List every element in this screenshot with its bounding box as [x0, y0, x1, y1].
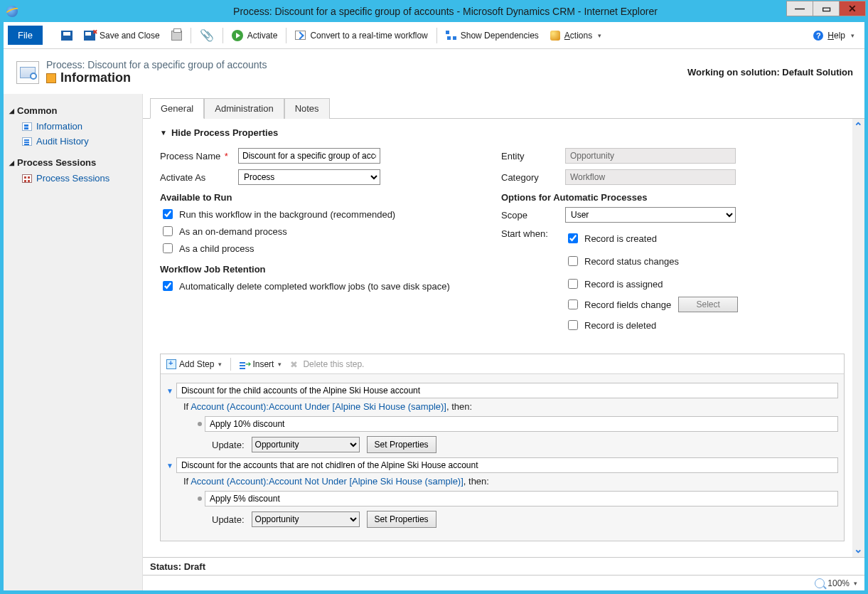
status-label: Status: Draft — [150, 561, 205, 572]
dependencies-icon — [446, 31, 456, 40]
chk-background[interactable]: Run this workflow in the background (rec… — [160, 207, 487, 221]
delete-step-button: Delete this step. — [287, 359, 367, 369]
step1-action-description[interactable] — [205, 416, 838, 432]
tab-notes[interactable]: Notes — [284, 98, 330, 119]
convert-icon — [295, 31, 306, 40]
save-and-close-button[interactable]: Save and Close — [78, 22, 166, 48]
tab-administration[interactable]: Administration — [204, 98, 284, 119]
step1-update-entity[interactable]: Opportunity — [252, 437, 360, 452]
title-bar[interactable]: Process: Discount for a specific group o… — [1, 1, 867, 22]
zoom-icon — [815, 578, 825, 588]
page-title: Information — [60, 70, 131, 85]
maximize-button[interactable]: ▭ — [813, 1, 840, 16]
nav-group-common[interactable]: ◢Common — [9, 105, 136, 116]
chk-record-deleted[interactable]: Record is deleted — [565, 318, 738, 332]
update-label: Update: — [212, 440, 245, 450]
add-step-icon — [166, 359, 176, 369]
help-icon: ? — [813, 31, 823, 41]
entity-label: Entity — [501, 151, 565, 161]
help-menu[interactable]: ?Help▾ — [808, 22, 860, 48]
convert-button[interactable]: Convert to a real-time workflow — [289, 22, 433, 48]
status-bar: Status: Draft — [143, 557, 864, 575]
save-icon — [61, 31, 73, 41]
scroll-down-icon[interactable]: ⌄ — [854, 541, 863, 557]
minimize-button[interactable]: — — [786, 1, 813, 16]
process-name-input[interactable] — [238, 148, 380, 164]
save-button[interactable] — [55, 22, 78, 48]
breadcrumb: Process: Discount for a specific group o… — [46, 59, 267, 70]
nav-process-sessions[interactable]: Process Sessions — [9, 171, 136, 186]
update-label: Update: — [212, 514, 245, 525]
show-deps-button[interactable]: Show Dependencies — [440, 22, 545, 48]
vertical-scrollbar[interactable]: ⌃ ⌄ — [852, 119, 864, 557]
ie-window: Process: Discount for a specific group o… — [0, 0, 868, 594]
sessions-icon — [22, 174, 32, 183]
add-step-menu[interactable]: Add Step▾ — [164, 359, 225, 369]
chk-status-changes[interactable]: Record status changes — [565, 254, 738, 268]
form-type-icon — [46, 73, 56, 83]
delete-icon — [290, 359, 300, 369]
ie-icon — [6, 6, 18, 17]
tab-strip: General Administration Notes — [143, 98, 864, 119]
scope-select[interactable]: User — [565, 207, 736, 223]
form-icon — [22, 122, 32, 131]
chk-autodelete[interactable]: Automatically delete completed workflow … — [160, 279, 487, 293]
activate-button[interactable]: Activate — [226, 22, 284, 48]
step2-update-entity[interactable]: Opportunity — [252, 511, 360, 527]
step2-set-properties[interactable]: Set Properties — [367, 511, 436, 528]
command-bar: File Save and Close 📎 Activate Convert t… — [4, 22, 864, 49]
activate-as-label: Activate As — [160, 172, 238, 183]
nav-group-sessions[interactable]: ◢Process Sessions — [9, 157, 136, 168]
left-nav: ◢Common Information Audit History ◢Proce… — [4, 94, 143, 590]
page-header: Process: Discount for a specific group o… — [4, 49, 864, 94]
scroll-up-icon[interactable]: ⌃ — [854, 119, 863, 134]
save-close-icon — [84, 31, 95, 41]
actions-menu[interactable]: Actions▾ — [545, 22, 607, 48]
paperclip-icon: 📎 — [200, 28, 214, 42]
bullet-icon — [198, 422, 202, 426]
scope-label: Scope — [501, 210, 565, 221]
step2-condition-link[interactable]: Account (Account):Account Not Under [Alp… — [191, 476, 464, 487]
step2-action-description[interactable] — [205, 491, 838, 507]
activate-as-select[interactable]: Process — [238, 169, 380, 185]
chk-ondemand[interactable]: As an on-demand process — [160, 224, 487, 238]
close-button[interactable]: ✕ — [839, 1, 866, 16]
step1-description[interactable] — [176, 383, 838, 398]
insert-menu[interactable]: Insert▾ — [237, 359, 284, 369]
chk-record-created[interactable]: Record is created — [565, 231, 738, 245]
chevron-down-icon[interactable]: ▼ — [166, 462, 173, 470]
bullet-icon — [198, 497, 202, 501]
nav-audit-history[interactable]: Audit History — [9, 134, 136, 149]
zoom-level[interactable]: 100% — [827, 578, 850, 588]
workflow-designer: Add Step▾ Insert▾ Delete this step. ▼ — [160, 354, 845, 541]
file-menu[interactable]: File — [8, 26, 43, 45]
job-retention-header: Workflow Job Retention — [160, 264, 487, 275]
chk-child[interactable]: As a child process — [160, 241, 487, 255]
entity-icon — [16, 61, 39, 84]
solution-label: Working on solution: Default Solution — [687, 67, 853, 78]
category-label: Category — [501, 172, 565, 183]
chevron-down-icon[interactable]: ▼ — [166, 387, 173, 395]
step1-condition-link[interactable]: Account (Account):Account Under [Alpine … — [191, 401, 446, 412]
print-button[interactable] — [166, 22, 188, 48]
ie-status-bar: 100% ▾ — [143, 575, 864, 590]
designer-toolbar: Add Step▾ Insert▾ Delete this step. — [161, 354, 844, 374]
entity-field: Opportunity — [565, 148, 736, 164]
print-icon — [171, 31, 182, 41]
process-name-label: Process Name * — [160, 151, 238, 161]
chk-record-assigned[interactable]: Record is assigned — [565, 277, 738, 291]
nav-information[interactable]: Information — [9, 119, 136, 134]
activate-icon — [232, 30, 243, 41]
start-when-label: Start when: — [501, 228, 565, 335]
attach-button[interactable]: 📎 — [194, 22, 220, 48]
select-fields-button[interactable]: Select — [678, 297, 738, 312]
step1-set-properties[interactable]: Set Properties — [367, 436, 436, 453]
window-title: Process: Discount for a specific group o… — [23, 6, 867, 17]
tab-general[interactable]: General — [150, 98, 204, 119]
main-content: General Administration Notes ▼Hide Proce… — [143, 94, 864, 590]
step2-description[interactable] — [176, 457, 838, 473]
category-field: Workflow — [565, 169, 736, 185]
actions-icon — [550, 31, 560, 41]
hide-properties-toggle[interactable]: ▼Hide Process Properties — [160, 127, 845, 138]
chk-fields-change[interactable]: Record fields change — [565, 297, 671, 312]
